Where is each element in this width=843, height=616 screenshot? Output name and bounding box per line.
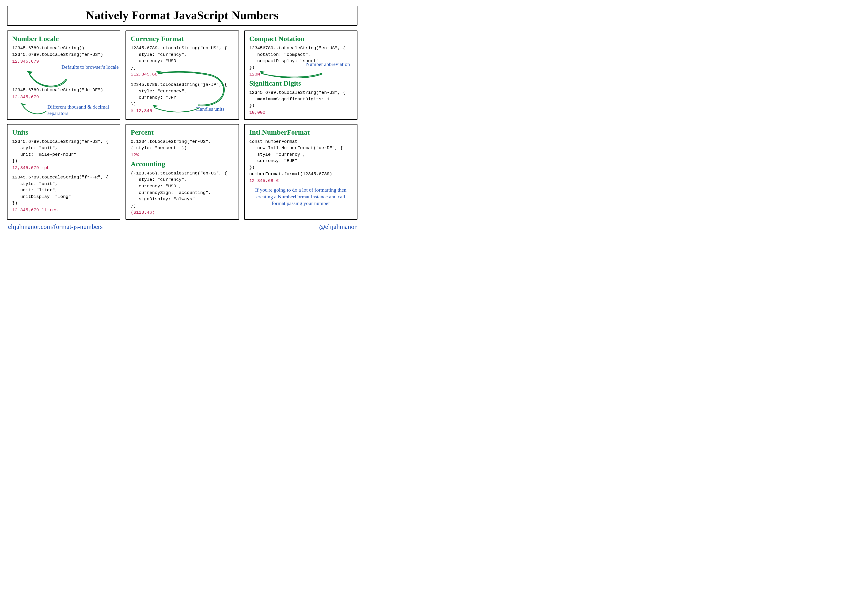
code-result: 12% [131,153,234,158]
code-result: $12,345.68 [131,72,234,77]
card-heading: Percent [131,128,234,136]
code-result: 12,345.679 mph [12,165,115,170]
card-heading: Intl.NumberFormat [249,128,352,136]
cards-grid: Number Locale 12345.6789.toLocaleString(… [7,31,357,220]
card-heading: Accounting [131,160,234,168]
code-block: 12345.6789.toLocaleString("en-US", { sty… [131,45,234,71]
annotation: If you're going to do a lot of formattin… [249,187,352,207]
code-block: 0.1234.toLocaleString("en-US", { style: … [131,139,234,151]
card-currency-format: Currency Format 12345.6789.toLocaleStrin… [125,31,239,120]
code-block: 12345.6789.toLocaleString("de-DE") [12,87,115,94]
code-block: (-123.456).toLocaleString("en-US", { sty… [131,170,234,209]
code-block: 12345.6789.toLocaleString("fr-FR", { sty… [12,174,115,207]
card-heading: Compact Notation [249,35,352,43]
annotation: Defaults to browser's locale [62,64,119,70]
footer-handle: @elijahmanor [319,223,357,230]
card-heading: Currency Format [131,35,234,43]
card-heading: Significant Digits [249,79,352,87]
code-block: const numberFormat = new Intl.NumberForm… [249,139,352,177]
card-number-locale: Number Locale 12345.6789.toLocaleString(… [7,31,120,120]
code-result: 12.345,68 € [249,178,352,183]
code-result: 12.345,679 [12,94,115,100]
annotation: Different thousand & decimal separators [47,104,120,117]
code-block: 12345.6789.toLocaleString() 12345.6789.t… [12,45,115,58]
card-intl-numberformat: Intl.NumberFormat const numberFormat = n… [244,124,357,220]
code-result: 123M [249,72,352,77]
page-title: Natively Format JavaScript Numbers [7,9,357,22]
footer-link: elijahmanor.com/format-js-numbers [8,223,103,230]
code-block: 12345.6789.toLocaleString("en-US", { max… [249,89,352,109]
card-percent-accounting: Percent 0.1234.toLocaleString("en-US", {… [125,124,239,220]
annotation: Handles units [196,106,224,112]
card-heading: Number Locale [12,35,115,43]
footer: elijahmanor.com/format-js-numbers @elija… [7,223,357,230]
card-compact-significant: Compact Notation 123456789..toLocaleStri… [244,31,357,120]
code-result: 10,000 [249,110,352,115]
code-result: 12,345.679 [12,59,115,64]
title-container: Natively Format JavaScript Numbers [7,6,357,26]
annotation: Number abbreviation [306,61,350,67]
card-heading: Units [12,128,115,136]
code-result: 12 345,679 litres [12,208,115,213]
code-block: 12345.6789.toLocaleString("en-US", { sty… [12,139,115,164]
code-block: 12345.6789.toLocaleString("ja-JP", { sty… [131,82,234,107]
card-units: Units 12345.6789.toLocaleString("en-US",… [7,124,120,220]
code-result: ($123.46) [131,210,234,215]
